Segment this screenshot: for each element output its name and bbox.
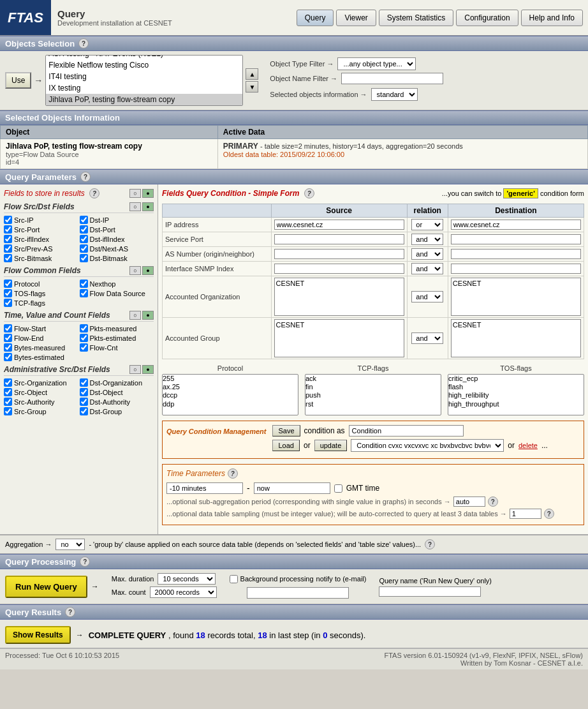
ip-source-input[interactable] [274,220,404,230]
agg-label: Aggregation → [5,541,52,548]
ao-relation: andornot [407,276,448,318]
as-source-input[interactable] [274,249,404,259]
cb-dst-ifl: Dst-iflIndex [80,235,154,243]
tvc-toggle-on[interactable]: ● [142,311,154,320]
sub-agg-input[interactable] [453,496,485,507]
max-count-select[interactable]: 20000 records 50000 records 100000 recor… [150,586,217,598]
scroll-up-btn[interactable]: ▲ [246,68,258,80]
logo: FTAS [0,0,51,35]
qcm-save-btn[interactable]: Save [272,425,300,437]
obj-type-filter-select[interactable]: ...any object type... Flow Data Source [337,57,416,70]
ao-relation-select[interactable]: andornot [411,291,443,302]
generic-badge[interactable]: 'generic' [503,188,538,198]
row-ip: IP address orandnot [163,218,584,232]
snmp-relation-select[interactable]: andornot [411,263,443,274]
admin-toggle-on[interactable]: ● [142,365,154,374]
bg-proc-checkbox[interactable] [230,575,238,583]
ao-dest-multi[interactable]: CESNET [451,278,581,316]
th-source: Source [271,204,407,218]
sub-agg-help[interactable]: ? [488,496,498,507]
obj-option-3[interactable]: IT4I testing [46,71,242,82]
scroll-down-btn[interactable]: ▼ [246,81,258,93]
proto-list[interactable]: 255 ax.25 dccp ddp [162,374,298,415]
fc-toggle-on[interactable]: ● [142,266,154,275]
as-dest-input[interactable] [451,249,581,259]
fsd-toggle-on[interactable]: ● [142,202,154,211]
toggle-on[interactable]: ● [142,189,154,198]
nav-configuration[interactable]: Configuration [456,10,518,26]
query-name-input[interactable] [379,586,481,597]
qcm-update-btn[interactable]: update [314,440,348,451]
use-button[interactable]: Use [5,72,31,89]
sampling-input[interactable] [510,509,541,519]
col-active-data: Active Data [217,126,587,139]
as-source [271,247,407,262]
run-query-btn[interactable]: Run New Query [5,576,87,598]
obj-option-1[interactable]: ASR testing - NAT Events (NSEL) [46,55,242,59]
ag-source-multi[interactable]: CESNET [274,319,404,357]
as-relation-select[interactable]: andornot [411,248,443,260]
tvc-toggle-off[interactable]: ○ [129,311,141,320]
tos-col: TOS-flags critic_ecp flash high_relibili… [448,364,584,415]
objects-selection-help[interactable]: ? [78,38,89,49]
max-dur-select[interactable]: 10 seconds 30 seconds 60 seconds 120 sec… [158,573,216,585]
sampling-help[interactable]: ? [544,509,554,519]
cond-select[interactable]: Condition cvxc vxcvxvc xc bvxbvcbvc bvbv… [351,439,504,452]
admin-toggle-off[interactable]: ○ [129,365,141,374]
ao-source-multi[interactable]: CESNET [274,278,404,316]
app-title: Query [57,8,290,19]
fc-toggle-off[interactable]: ○ [129,266,141,275]
toggle-off[interactable]: ○ [129,189,141,198]
ip-relation-select[interactable]: orandnot [411,219,443,230]
nav-query[interactable]: Query [297,10,334,26]
obj-option-5[interactable]: Jihlava PoP, testing flow-stream copy [46,94,242,105]
nav-system-stats[interactable]: System Statistics [379,10,453,26]
nav-help[interactable]: Help and Info [521,10,583,26]
obj-option-2[interactable]: Flexible Netflow testing Cisco [46,59,242,71]
sp-relation-select[interactable]: andornot [411,234,443,245]
fields-help[interactable]: ? [89,188,99,198]
qc-help[interactable]: ? [304,188,314,198]
logo-text: FTAS [8,10,43,26]
selected-info-select[interactable]: standard detailed [371,88,418,101]
tos-list[interactable]: critic_ecp flash high_relibility high_th… [448,374,584,415]
sp-source-input[interactable] [274,234,404,244]
tcp-list[interactable]: ack fin push rst [305,374,441,415]
tp-dash: - [247,483,250,493]
tp-start-input[interactable] [166,482,243,494]
objects-list[interactable]: ASR testing - NAT Events (NSEL) Flexible… [45,55,243,106]
snmp-dest-input[interactable] [451,264,581,274]
qproc-header: Query Processing ? [0,554,588,569]
ip-dest-input[interactable] [451,220,581,230]
tp-help[interactable]: ? [228,468,238,479]
sel-obj-active: PRIMARY - table size=2 minutes, history=… [217,139,587,169]
ag-dest-multi[interactable]: CESNET [451,319,581,357]
obj-option-4[interactable]: IX testing [46,82,242,94]
ag-relation-select[interactable]: andornot [411,332,443,344]
snmp-source-input[interactable] [274,264,404,274]
obj-name-filter-input[interactable] [341,73,443,84]
sp-dest-input[interactable] [451,234,581,244]
tp-end-input[interactable] [254,482,330,494]
gmt-checkbox[interactable] [334,484,342,493]
cond-input[interactable] [349,425,464,437]
nav-viewer[interactable]: Viewer [336,10,376,26]
show-results-btn[interactable]: Show Results [5,626,71,644]
fsd-toggle-off[interactable]: ○ [129,202,141,211]
qcm-load-btn[interactable]: Load [272,440,299,451]
as-relation: andornot [407,247,448,262]
bg-notify-input[interactable] [247,587,349,599]
delete-link[interactable]: delete [518,442,538,449]
objects-list-wrap: Use → ASR testing - NAT Events (NSEL) Fl… [5,55,258,106]
agg-select[interactable]: no yes [55,539,85,550]
sampling-text: ...optional data table sampling (must be… [166,510,507,518]
qproc-help[interactable]: ? [80,556,90,567]
sel-obj-table: Object Active Data Jihlava PoP, testing … [0,125,588,169]
cb-src-org: Src-Organization [4,378,78,387]
objects-filters: Object Type Filter → ...any object type.… [265,55,583,103]
cb-pkts-est: Pkts-estimated [80,334,154,342]
tvc-title: Time, Value and Count Fields ○ ● [4,311,154,322]
qres-help[interactable]: ? [65,607,75,617]
qp-help[interactable]: ? [80,172,91,182]
agg-help[interactable]: ? [425,539,435,549]
